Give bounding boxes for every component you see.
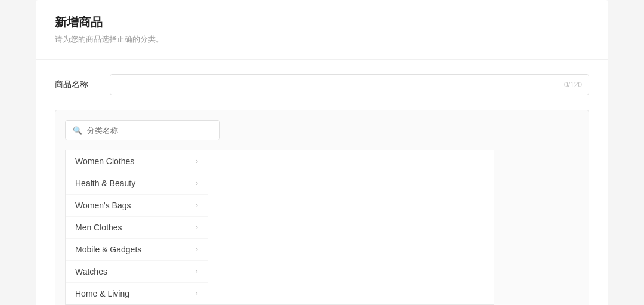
- chevron-right-icon: ›: [196, 179, 198, 187]
- category-search-bar[interactable]: 🔍: [65, 120, 220, 140]
- product-name-input[interactable]: [110, 74, 589, 95]
- category-column-1[interactable]: Women Clothes›Health & Beauty›Women's Ba…: [65, 150, 208, 305]
- product-name-input-wrapper: 0/120: [110, 74, 589, 95]
- page-subtitle: 请为您的商品选择正确的分类。: [55, 34, 589, 45]
- product-name-counter: 0/120: [564, 81, 582, 89]
- category-item-mobile-gadgets[interactable]: Mobile & Gadgets›: [66, 239, 208, 261]
- chevron-right-icon: ›: [196, 201, 198, 210]
- category-item-watches[interactable]: Watches›: [66, 261, 208, 283]
- category-columns: Women Clothes›Health & Beauty›Women's Ba…: [65, 150, 579, 305]
- chevron-right-icon: ›: [196, 267, 198, 276]
- divider: [36, 59, 608, 60]
- category-item-women-clothes[interactable]: Women Clothes›: [66, 150, 208, 172]
- search-icon: 🔍: [73, 126, 82, 135]
- category-item-label: Watches: [75, 267, 107, 276]
- page-wrapper: 新增商品 请为您的商品选择正确的分类。 商品名称 0/120 🔍 Women C…: [0, 0, 644, 305]
- chevron-right-icon: ›: [196, 157, 198, 165]
- category-item-label: Women's Bags: [75, 201, 131, 210]
- category-item-label: Health & Beauty: [75, 178, 135, 188]
- category-item-health-beauty[interactable]: Health & Beauty›: [66, 172, 208, 195]
- category-item-womens-bags[interactable]: Women's Bags›: [66, 195, 208, 217]
- product-name-label: 商品名称: [55, 79, 103, 90]
- product-name-row: 商品名称 0/120: [55, 74, 589, 95]
- category-item-home-living[interactable]: Home & Living›: [66, 283, 208, 305]
- chevron-right-icon: ›: [196, 289, 198, 298]
- category-column-2[interactable]: [208, 150, 351, 305]
- category-panel: 🔍 Women Clothes›Health & Beauty›Women's …: [55, 110, 589, 305]
- category-item-men-clothes[interactable]: Men Clothes›: [66, 217, 208, 239]
- page-title: 新增商品: [55, 14, 589, 30]
- category-column-3: [351, 150, 494, 305]
- category-item-label: Men Clothes: [75, 223, 122, 232]
- category-item-label: Home & Living: [75, 289, 129, 298]
- category-search-input[interactable]: [87, 126, 212, 135]
- content-card: 新增商品 请为您的商品选择正确的分类。 商品名称 0/120 🔍 Women C…: [36, 0, 608, 305]
- chevron-right-icon: ›: [196, 223, 198, 232]
- chevron-right-icon: ›: [196, 245, 198, 254]
- category-item-label: Mobile & Gadgets: [75, 245, 141, 254]
- category-item-label: Women Clothes: [75, 156, 134, 166]
